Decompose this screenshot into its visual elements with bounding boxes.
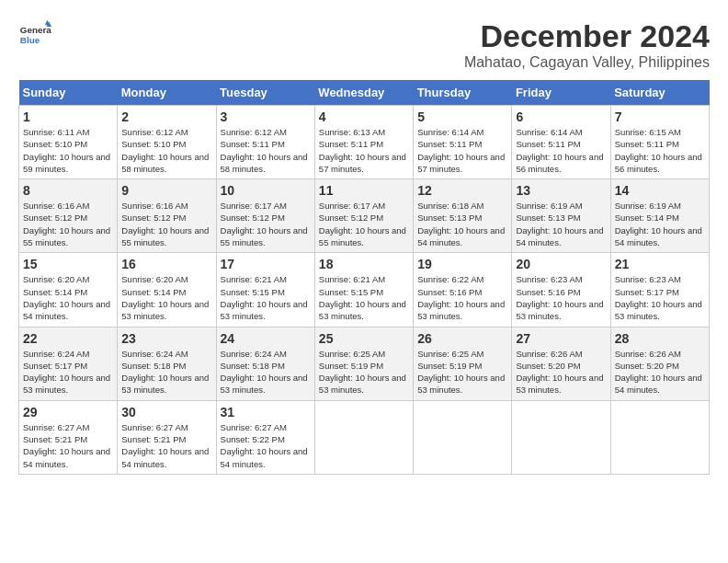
day-number: 5 xyxy=(417,109,507,124)
calendar-cell: 23 Sunrise: 6:24 AM Sunset: 5:18 PM Dayl… xyxy=(118,327,216,400)
day-info: Sunrise: 6:26 AM Sunset: 5:20 PM Dayligh… xyxy=(516,348,606,396)
calendar-cell: 5 Sunrise: 6:14 AM Sunset: 5:11 PM Dayli… xyxy=(414,106,512,179)
day-info: Sunrise: 6:21 AM Sunset: 5:15 PM Dayligh… xyxy=(221,273,311,322)
calendar-cell: 18 Sunrise: 6:21 AM Sunset: 5:15 PM Dayl… xyxy=(314,253,413,327)
day-number: 31 xyxy=(221,405,311,419)
day-number: 6 xyxy=(516,109,606,124)
calendar-cell: 4 Sunrise: 6:13 AM Sunset: 5:11 PM Dayli… xyxy=(314,106,413,179)
main-title: December 2024 xyxy=(464,18,710,54)
day-number: 20 xyxy=(516,257,606,271)
calendar-cell: 26 Sunrise: 6:25 AM Sunset: 5:19 PM Dayl… xyxy=(414,327,512,400)
day-number: 10 xyxy=(221,183,311,198)
col-sunday: Sunday xyxy=(19,80,118,106)
day-number: 1 xyxy=(23,109,113,124)
calendar-cell: 25 Sunrise: 6:25 AM Sunset: 5:19 PM Dayl… xyxy=(314,327,413,400)
day-info: Sunrise: 6:23 AM Sunset: 5:16 PM Dayligh… xyxy=(516,273,606,322)
calendar-cell: 31 Sunrise: 6:27 AM Sunset: 5:22 PM Dayl… xyxy=(216,400,314,474)
day-info: Sunrise: 6:19 AM Sunset: 5:13 PM Dayligh… xyxy=(516,200,606,248)
day-info: Sunrise: 6:27 AM Sunset: 5:21 PM Dayligh… xyxy=(23,421,113,470)
calendar-cell: 24 Sunrise: 6:24 AM Sunset: 5:18 PM Dayl… xyxy=(216,327,314,400)
calendar-week-4: 22 Sunrise: 6:24 AM Sunset: 5:17 PM Dayl… xyxy=(19,327,710,400)
calendar-cell: 14 Sunrise: 6:19 AM Sunset: 5:14 PM Dayl… xyxy=(610,179,709,253)
day-info: Sunrise: 6:20 AM Sunset: 5:14 PM Dayligh… xyxy=(121,273,211,322)
day-number: 25 xyxy=(319,331,409,346)
calendar-cell: 30 Sunrise: 6:27 AM Sunset: 5:21 PM Dayl… xyxy=(118,400,216,474)
calendar-cell: 15 Sunrise: 6:20 AM Sunset: 5:14 PM Dayl… xyxy=(19,253,118,327)
calendar-cell: 22 Sunrise: 6:24 AM Sunset: 5:17 PM Dayl… xyxy=(19,327,118,400)
day-number: 11 xyxy=(319,183,409,198)
calendar-cell: 9 Sunrise: 6:16 AM Sunset: 5:12 PM Dayli… xyxy=(118,179,216,253)
day-info: Sunrise: 6:11 AM Sunset: 5:10 PM Dayligh… xyxy=(23,126,113,175)
day-number: 29 xyxy=(23,405,113,419)
day-info: Sunrise: 6:20 AM Sunset: 5:14 PM Dayligh… xyxy=(23,273,113,322)
day-info: Sunrise: 6:17 AM Sunset: 5:12 PM Dayligh… xyxy=(319,200,409,248)
calendar-cell xyxy=(314,400,413,474)
header: General Blue December 2024 Mahatao, Caga… xyxy=(18,18,710,71)
day-number: 7 xyxy=(615,109,705,124)
day-info: Sunrise: 6:25 AM Sunset: 5:19 PM Dayligh… xyxy=(417,348,507,396)
day-number: 4 xyxy=(319,109,409,124)
svg-text:Blue: Blue xyxy=(20,35,40,45)
calendar-cell: 17 Sunrise: 6:21 AM Sunset: 5:15 PM Dayl… xyxy=(216,253,314,327)
day-info: Sunrise: 6:25 AM Sunset: 5:19 PM Dayligh… xyxy=(319,348,409,396)
calendar-cell: 3 Sunrise: 6:12 AM Sunset: 5:11 PM Dayli… xyxy=(216,106,314,179)
calendar-cell xyxy=(414,400,512,474)
day-number: 8 xyxy=(23,183,113,198)
calendar-cell: 20 Sunrise: 6:23 AM Sunset: 5:16 PM Dayl… xyxy=(512,253,610,327)
logo: General Blue xyxy=(18,18,51,52)
day-number: 19 xyxy=(417,257,507,271)
calendar-cell: 29 Sunrise: 6:27 AM Sunset: 5:21 PM Dayl… xyxy=(19,400,118,474)
calendar-cell: 21 Sunrise: 6:23 AM Sunset: 5:17 PM Dayl… xyxy=(610,253,709,327)
calendar-cell: 10 Sunrise: 6:17 AM Sunset: 5:12 PM Dayl… xyxy=(216,179,314,253)
day-number: 22 xyxy=(23,331,113,346)
day-info: Sunrise: 6:12 AM Sunset: 5:10 PM Dayligh… xyxy=(121,126,211,175)
calendar-cell: 27 Sunrise: 6:26 AM Sunset: 5:20 PM Dayl… xyxy=(512,327,610,400)
day-info: Sunrise: 6:27 AM Sunset: 5:21 PM Dayligh… xyxy=(121,421,211,470)
title-section: December 2024 Mahatao, Cagayan Valley, P… xyxy=(464,18,710,71)
calendar-cell: 2 Sunrise: 6:12 AM Sunset: 5:10 PM Dayli… xyxy=(118,106,216,179)
day-info: Sunrise: 6:16 AM Sunset: 5:12 PM Dayligh… xyxy=(121,200,211,248)
calendar-week-3: 15 Sunrise: 6:20 AM Sunset: 5:14 PM Dayl… xyxy=(19,253,710,327)
col-friday: Friday xyxy=(512,80,610,106)
day-info: Sunrise: 6:13 AM Sunset: 5:11 PM Dayligh… xyxy=(319,126,409,175)
day-number: 3 xyxy=(221,109,311,124)
calendar-cell: 13 Sunrise: 6:19 AM Sunset: 5:13 PM Dayl… xyxy=(512,179,610,253)
day-info: Sunrise: 6:24 AM Sunset: 5:17 PM Dayligh… xyxy=(23,348,113,396)
day-info: Sunrise: 6:17 AM Sunset: 5:12 PM Dayligh… xyxy=(221,200,311,248)
calendar-week-2: 8 Sunrise: 6:16 AM Sunset: 5:12 PM Dayli… xyxy=(19,179,710,253)
day-info: Sunrise: 6:22 AM Sunset: 5:16 PM Dayligh… xyxy=(417,273,507,322)
day-number: 21 xyxy=(615,257,705,271)
day-number: 18 xyxy=(319,257,409,271)
day-info: Sunrise: 6:24 AM Sunset: 5:18 PM Dayligh… xyxy=(121,348,211,396)
day-number: 15 xyxy=(23,257,113,271)
day-info: Sunrise: 6:23 AM Sunset: 5:17 PM Dayligh… xyxy=(615,273,705,322)
calendar-cell: 6 Sunrise: 6:14 AM Sunset: 5:11 PM Dayli… xyxy=(512,106,610,179)
day-number: 9 xyxy=(121,183,211,198)
calendar-cell: 16 Sunrise: 6:20 AM Sunset: 5:14 PM Dayl… xyxy=(118,253,216,327)
col-tuesday: Tuesday xyxy=(216,80,314,106)
calendar-week-5: 29 Sunrise: 6:27 AM Sunset: 5:21 PM Dayl… xyxy=(19,400,710,474)
day-info: Sunrise: 6:21 AM Sunset: 5:15 PM Dayligh… xyxy=(319,273,409,322)
day-number: 14 xyxy=(615,183,705,198)
calendar-cell: 28 Sunrise: 6:26 AM Sunset: 5:20 PM Dayl… xyxy=(610,327,709,400)
col-thursday: Thursday xyxy=(414,80,512,106)
subtitle: Mahatao, Cagayan Valley, Philippines xyxy=(464,54,710,71)
day-info: Sunrise: 6:12 AM Sunset: 5:11 PM Dayligh… xyxy=(221,126,311,175)
calendar-cell: 7 Sunrise: 6:15 AM Sunset: 5:11 PM Dayli… xyxy=(610,106,709,179)
day-number: 24 xyxy=(221,331,311,346)
calendar-cell: 1 Sunrise: 6:11 AM Sunset: 5:10 PM Dayli… xyxy=(19,106,118,179)
day-info: Sunrise: 6:15 AM Sunset: 5:11 PM Dayligh… xyxy=(615,126,705,175)
col-monday: Monday xyxy=(118,80,216,106)
calendar-cell: 12 Sunrise: 6:18 AM Sunset: 5:13 PM Dayl… xyxy=(414,179,512,253)
day-info: Sunrise: 6:14 AM Sunset: 5:11 PM Dayligh… xyxy=(516,126,606,175)
day-number: 12 xyxy=(417,183,507,198)
calendar-cell: 11 Sunrise: 6:17 AM Sunset: 5:12 PM Dayl… xyxy=(314,179,413,253)
day-info: Sunrise: 6:19 AM Sunset: 5:14 PM Dayligh… xyxy=(615,200,705,248)
day-info: Sunrise: 6:18 AM Sunset: 5:13 PM Dayligh… xyxy=(417,200,507,248)
day-info: Sunrise: 6:24 AM Sunset: 5:18 PM Dayligh… xyxy=(221,348,311,396)
calendar-cell xyxy=(512,400,610,474)
day-number: 2 xyxy=(121,109,211,124)
calendar-cell: 19 Sunrise: 6:22 AM Sunset: 5:16 PM Dayl… xyxy=(414,253,512,327)
day-number: 17 xyxy=(221,257,311,271)
day-number: 28 xyxy=(615,331,705,346)
